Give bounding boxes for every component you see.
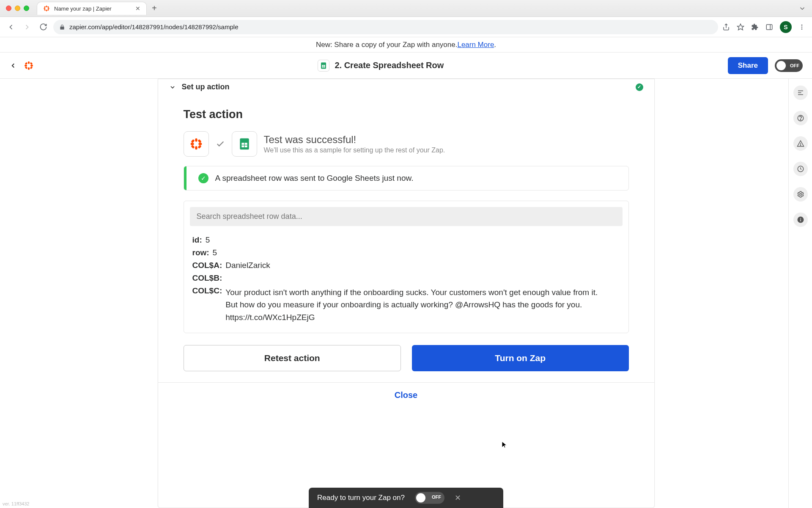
svg-rect-4 <box>44 6 46 8</box>
data-value: Your product isn't worth anything if the… <box>225 286 620 323</box>
step-title: 2. Create Spreadsheet Row <box>41 60 721 72</box>
warning-icon[interactable] <box>793 136 808 151</box>
extensions-icon[interactable] <box>751 23 759 31</box>
ready-toast: Ready to turn your Zap on? OFF ✕ <box>309 488 503 508</box>
help-icon[interactable] <box>793 111 808 125</box>
forward-button[interactable] <box>21 21 33 33</box>
data-row: COL$A:DanielZarick <box>192 259 620 272</box>
svg-rect-31 <box>191 139 195 143</box>
button-row: Retest action Turn on Zap <box>184 345 629 371</box>
svg-rect-6 <box>44 9 46 11</box>
chevron-down-icon <box>169 84 176 91</box>
browser-tab[interactable]: Name your zap | Zapier ✕ <box>37 2 147 15</box>
info-icon[interactable] <box>793 213 808 227</box>
minimize-window-icon[interactable] <box>15 6 20 11</box>
share-button[interactable]: Share <box>728 57 768 74</box>
data-key: COL$C: <box>192 286 222 295</box>
step-title-text: 2. Create Spreadsheet Row <box>335 61 444 70</box>
back-button[interactable] <box>5 21 17 33</box>
toggle-label: OFF <box>432 494 441 500</box>
search-placeholder: Search spreadsheet row data... <box>197 212 302 221</box>
data-list: id:5row:5COL$A:DanielZarickCOL$B:COL$C:Y… <box>184 232 628 333</box>
sample-data-box: Search spreadsheet row data... id:5row:5… <box>184 201 629 333</box>
test-action-section: Test action Test was successful! We'll u… <box>158 95 654 382</box>
retest-button[interactable]: Retest action <box>184 345 401 371</box>
svg-rect-20 <box>30 66 33 69</box>
svg-rect-22 <box>30 62 33 65</box>
toggle-knob <box>776 61 786 70</box>
lock-icon <box>59 24 65 30</box>
version-text: ver. 11ff3432 <box>3 501 29 506</box>
settings-icon[interactable] <box>793 187 808 202</box>
url-text: zapier.com/app/editor/148287991/nodes/14… <box>69 23 238 30</box>
svg-rect-19 <box>25 62 27 65</box>
svg-point-14 <box>801 28 803 30</box>
fullscreen-window-icon[interactable] <box>24 6 29 11</box>
svg-rect-17 <box>25 65 27 66</box>
google-sheets-icon <box>318 60 329 72</box>
data-value: 5 <box>213 248 217 257</box>
app-header: 2. Create Spreadsheet Row Share OFF <box>0 52 812 79</box>
svg-rect-32 <box>198 145 201 149</box>
data-value: 5 <box>206 235 210 245</box>
bookmark-icon[interactable] <box>737 23 744 31</box>
svg-rect-21 <box>25 66 27 69</box>
svg-rect-1 <box>46 10 47 11</box>
turn-on-zap-button[interactable]: Turn on Zap <box>412 345 629 371</box>
zapier-logo-icon[interactable] <box>24 61 34 71</box>
announcement-link[interactable]: Learn More <box>457 41 494 49</box>
svg-rect-3 <box>48 8 49 9</box>
announcement-bar: New: Share a copy of your Zap with anyon… <box>0 37 812 52</box>
success-toast: ✓ A spreadsheet row was sent to Google S… <box>184 166 629 190</box>
svg-rect-33 <box>191 145 195 149</box>
zap-toggle[interactable]: OFF <box>775 59 803 72</box>
toast-text: A spreadsheet row was sent to Google She… <box>215 174 414 183</box>
kebab-menu-icon[interactable] <box>798 24 805 30</box>
success-row: Test was successful! We'll use this as a… <box>184 131 629 157</box>
setup-action-accordion[interactable]: Set up action ✓ <box>158 79 654 95</box>
ready-toast-text: Ready to turn your Zap on? <box>317 494 405 502</box>
url-input[interactable]: zapier.com/app/editor/148287991/nodes/14… <box>53 20 718 34</box>
tab-overflow-icon[interactable] <box>798 5 806 12</box>
search-input[interactable]: Search spreadsheet row data... <box>190 207 623 226</box>
close-tab-icon[interactable]: ✕ <box>135 5 140 12</box>
close-icon[interactable]: ✕ <box>455 493 461 502</box>
svg-marker-9 <box>738 24 744 30</box>
toast-check-icon: ✓ <box>198 173 208 183</box>
share-icon[interactable] <box>722 23 730 31</box>
outline-icon[interactable] <box>793 86 808 100</box>
svg-rect-27 <box>195 138 197 142</box>
svg-point-13 <box>801 26 803 28</box>
profile-avatar[interactable]: S <box>780 21 792 33</box>
svg-rect-0 <box>46 6 47 7</box>
new-tab-button[interactable]: + <box>152 3 157 13</box>
sidepanel-icon[interactable] <box>765 23 773 31</box>
close-window-icon[interactable] <box>6 6 11 11</box>
svg-rect-34 <box>198 139 201 143</box>
app-back-button[interactable] <box>9 62 17 69</box>
section-title: Test action <box>184 108 629 121</box>
reload-button[interactable] <box>37 21 49 33</box>
svg-point-47 <box>799 193 801 196</box>
svg-rect-30 <box>198 143 202 145</box>
data-key: COL$A: <box>192 261 222 270</box>
success-text: Test was successful! We'll use this as a… <box>264 134 445 154</box>
toolbar-right: S <box>722 21 807 33</box>
ready-toast-toggle[interactable]: OFF <box>415 492 444 504</box>
svg-rect-18 <box>30 65 33 66</box>
address-bar: zapier.com/app/editor/148287991/nodes/14… <box>0 17 812 37</box>
svg-rect-15 <box>28 61 30 64</box>
data-row: COL$B: <box>192 272 620 284</box>
right-rail <box>788 79 812 508</box>
history-icon[interactable] <box>793 162 808 176</box>
traffic-lights <box>6 6 29 11</box>
close-button[interactable]: Close <box>158 382 654 408</box>
window-titlebar: Name your zap | Zapier ✕ + <box>0 0 812 17</box>
toggle-knob <box>416 493 425 502</box>
svg-rect-7 <box>47 6 49 8</box>
svg-rect-28 <box>195 146 197 149</box>
data-row: row:5 <box>192 246 620 259</box>
tab-title: Name your zap | Zapier <box>54 6 112 12</box>
svg-point-12 <box>801 25 803 26</box>
step-complete-icon: ✓ <box>636 83 643 91</box>
